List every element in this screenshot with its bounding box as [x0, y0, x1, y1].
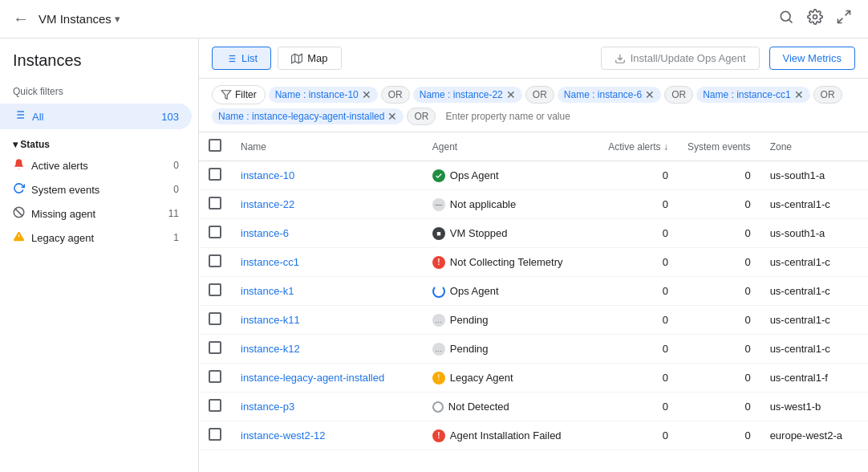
- row-active-alerts-7: 0: [598, 364, 678, 393]
- row-checkbox-9[interactable]: [209, 428, 221, 441]
- select-all-checkbox[interactable]: [209, 139, 221, 152]
- row-checkbox-cell-8[interactable]: [199, 393, 231, 421]
- sidebar-system-events-label: System events: [31, 184, 167, 196]
- or-separator-2: OR: [525, 86, 554, 104]
- instance-link-5[interactable]: instance-k11: [241, 314, 300, 326]
- table-row: instance-k11 … Pending 0 0 us-central1-c: [199, 306, 868, 335]
- title-dropdown-icon[interactable]: ▾: [115, 13, 120, 25]
- filter-input[interactable]: [439, 108, 599, 124]
- sidebar-missing-agent-count: 11: [168, 208, 179, 219]
- row-checkbox-cell-2[interactable]: [199, 219, 231, 248]
- page-title: VM Instances ▾: [39, 12, 120, 26]
- row-agent-1: — Not applicable: [423, 190, 598, 219]
- row-active-alerts-8: 0: [598, 393, 678, 421]
- row-checkbox-cell-3[interactable]: [199, 248, 231, 277]
- row-system-events-2: 0: [678, 219, 761, 248]
- row-checkbox-3[interactable]: [209, 254, 221, 267]
- row-system-events-8: 0: [678, 393, 761, 421]
- row-active-alerts-9: 0: [598, 421, 678, 450]
- row-name-3: instance-cc1: [231, 248, 423, 277]
- install-btn-label: Install/Update Ops Agent: [631, 52, 746, 64]
- instance-link-3[interactable]: instance-cc1: [241, 256, 299, 268]
- select-all-header[interactable]: [199, 132, 231, 161]
- sidebar-item-all[interactable]: All 103: [0, 104, 192, 129]
- view-metrics-button[interactable]: View Metrics: [769, 47, 855, 70]
- instance-link-6[interactable]: instance-k12: [241, 343, 300, 355]
- row-checkbox-4[interactable]: [209, 283, 221, 296]
- row-checkbox-2[interactable]: [209, 226, 221, 238]
- row-checkbox-cell-5[interactable]: [199, 306, 231, 335]
- row-zone-8: us-west1-b: [761, 393, 868, 421]
- instance-link-8[interactable]: instance-p3: [241, 401, 294, 413]
- row-system-events-6: 0: [678, 335, 761, 364]
- install-ops-agent-button[interactable]: Install/Update Ops Agent: [601, 47, 760, 70]
- row-checkbox-5[interactable]: [209, 312, 221, 325]
- row-checkbox-cell-6[interactable]: [199, 335, 231, 364]
- row-checkbox-7[interactable]: [209, 370, 221, 383]
- instance-link-1[interactable]: instance-22: [241, 198, 294, 210]
- row-active-alerts-6: 0: [598, 335, 678, 364]
- sidebar: Instances Quick filters All 103 ▾ Status…: [0, 39, 199, 472]
- remove-filter-instance6[interactable]: ✕: [645, 89, 655, 100]
- row-checkbox-cell-0[interactable]: [199, 161, 231, 190]
- main-content: List Map Install/Update Ops Agent View M…: [199, 39, 868, 472]
- row-checkbox-cell-9[interactable]: [199, 421, 231, 450]
- fullscreen-icon[interactable]: [833, 6, 855, 32]
- agent-column-header: Agent: [423, 132, 598, 161]
- alert-bell-icon: [13, 158, 25, 173]
- table-body: instance-10 Ops Agent 0 0 us-south1-a in…: [199, 161, 868, 450]
- table-header: Name Agent Active alerts ↓ System events…: [199, 132, 868, 161]
- table-row: instance-k1 Ops Agent 0 0 us-central1-c: [199, 277, 868, 306]
- row-checkbox-1[interactable]: [209, 197, 221, 210]
- sidebar-all-count: 103: [161, 111, 179, 123]
- instance-link-4[interactable]: instance-k1: [241, 285, 294, 297]
- filter-chip-instancecc1[interactable]: Name : instance-cc1 ✕: [696, 87, 809, 103]
- filter-chip-instance6[interactable]: Name : instance-6 ✕: [558, 87, 661, 103]
- settings-icon[interactable]: [804, 6, 826, 32]
- sidebar-item-missing-agent[interactable]: Missing agent 11: [0, 201, 192, 226]
- filters-row: Filter Name : instance-10 ✕ OR Name : in…: [199, 79, 868, 132]
- map-tab-button[interactable]: Map: [278, 47, 341, 70]
- row-checkbox-6[interactable]: [209, 341, 221, 354]
- search-icon[interactable]: [775, 6, 797, 32]
- instance-link-2[interactable]: instance-6: [241, 227, 289, 239]
- row-checkbox-cell-4[interactable]: [199, 277, 231, 306]
- row-checkbox-0[interactable]: [209, 168, 221, 181]
- instance-link-9[interactable]: instance-west2-12: [241, 429, 326, 441]
- refresh-icon: [13, 182, 25, 197]
- list-tab-button[interactable]: List: [212, 47, 271, 70]
- table-row: instance-legacy-agent-installed ! Legacy…: [199, 364, 868, 393]
- row-zone-1: us-central1-c: [761, 190, 868, 219]
- remove-filter-instancecc1[interactable]: ✕: [794, 89, 804, 100]
- sidebar-item-system-events[interactable]: System events 0: [0, 177, 192, 201]
- row-checkbox-cell-1[interactable]: [199, 190, 231, 219]
- name-column-header[interactable]: Name: [231, 132, 423, 161]
- remove-filter-instance22[interactable]: ✕: [506, 89, 516, 100]
- sidebar-item-active-alerts[interactable]: Active alerts 0: [0, 153, 192, 177]
- row-system-events-1: 0: [678, 190, 761, 219]
- filter-button[interactable]: Filter: [212, 85, 266, 104]
- row-agent-9: ! Agent Installation Failed: [423, 421, 598, 450]
- status-header[interactable]: ▾ Status: [0, 129, 198, 153]
- row-name-6: instance-k12: [231, 335, 423, 364]
- table-row: instance-p3 Not Detected 0 0 us-west1-b: [199, 393, 868, 421]
- back-button[interactable]: ←: [13, 10, 29, 28]
- row-checkbox-8[interactable]: [209, 399, 221, 412]
- instance-link-0[interactable]: instance-10: [241, 169, 294, 181]
- remove-filter-legacy[interactable]: ✕: [387, 111, 397, 122]
- filter-chip-instance22[interactable]: Name : instance-22 ✕: [413, 87, 522, 103]
- active-alerts-column-header[interactable]: Active alerts ↓: [598, 132, 678, 161]
- instance-link-7[interactable]: instance-legacy-agent-installed: [241, 372, 384, 384]
- filter-chip-instance10[interactable]: Name : instance-10 ✕: [269, 87, 378, 103]
- svg-marker-25: [221, 91, 231, 100]
- row-agent-8: Not Detected: [423, 393, 598, 421]
- row-zone-7: us-central1-f: [761, 364, 868, 393]
- zone-column-header: Zone: [761, 132, 868, 161]
- filter-chip-legacy[interactable]: Name : instance-legacy-agent-installed ✕: [212, 108, 404, 124]
- row-agent-6: … Pending: [423, 335, 598, 364]
- remove-filter-instance10[interactable]: ✕: [362, 89, 371, 100]
- row-name-5: instance-k11: [231, 306, 423, 335]
- sidebar-item-legacy-agent[interactable]: Legacy agent 1: [0, 226, 192, 250]
- row-name-4: instance-k1: [231, 277, 423, 306]
- row-checkbox-cell-7[interactable]: [199, 364, 231, 393]
